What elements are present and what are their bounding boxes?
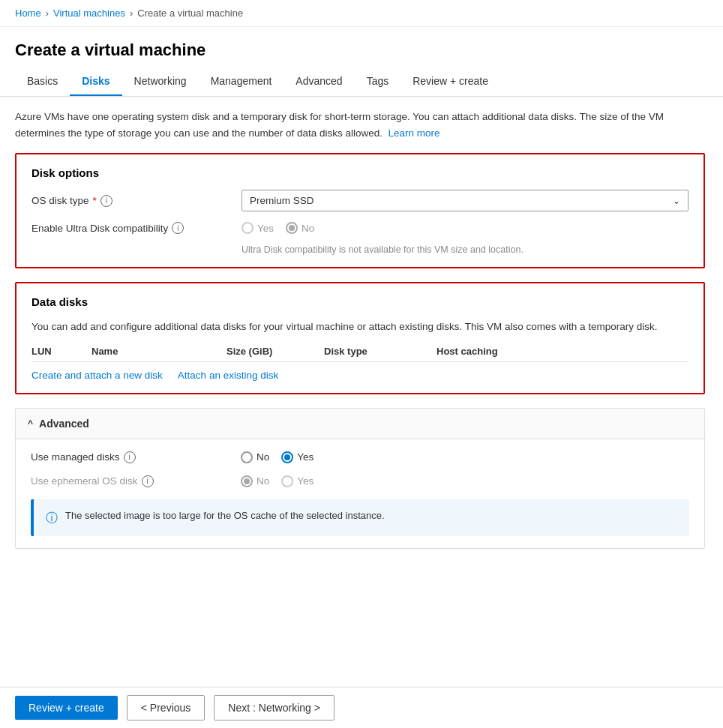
col-size-header: Size (GiB): [226, 346, 324, 357]
data-disks-table-header: LUN Name Size (GiB) Disk type Host cachi…: [32, 346, 688, 362]
attach-existing-disk-button[interactable]: Attach an existing disk: [178, 370, 278, 381]
ultra-disk-radio-group: Yes No: [242, 222, 314, 234]
tab-advanced[interactable]: Advanced: [284, 67, 354, 96]
callout-info-icon: ⓘ: [46, 509, 58, 527]
os-disk-type-value: Premium SSD: [250, 195, 314, 206]
ultra-disk-no-option[interactable]: No: [286, 222, 314, 234]
managed-disks-no-radio: [241, 451, 253, 463]
breadcrumb-home[interactable]: Home: [15, 7, 41, 19]
required-asterisk: *: [93, 195, 97, 206]
ultra-disk-info-icon[interactable]: i: [172, 222, 184, 234]
tab-review-create[interactable]: Review + create: [400, 67, 500, 96]
ephemeral-os-row: Use ephemeral OS disk i No Yes: [31, 475, 689, 487]
tab-management[interactable]: Management: [199, 67, 284, 96]
description-text: Azure VMs have one operating system disk…: [15, 109, 705, 141]
tab-basics[interactable]: Basics: [15, 67, 70, 96]
disk-options-title: Disk options: [32, 166, 688, 179]
ephemeral-os-radio-group: No Yes: [241, 475, 314, 487]
os-disk-type-select[interactable]: Premium SSD ⌄: [242, 190, 688, 211]
col-caching-header: Host caching: [436, 346, 534, 357]
data-disks-section: Data disks You can add and configure add…: [15, 282, 705, 394]
ultra-disk-no-radio: [286, 222, 298, 234]
os-disk-type-info-icon[interactable]: i: [100, 195, 112, 207]
managed-disks-no-option[interactable]: No: [241, 451, 269, 463]
breadcrumb-virtual-machines[interactable]: Virtual machines: [53, 7, 125, 19]
tab-networking[interactable]: Networking: [122, 67, 199, 96]
advanced-section-title: Advanced: [39, 418, 89, 430]
os-disk-type-label: OS disk type * i: [32, 195, 242, 207]
callout-text: The selected image is too large for the …: [65, 508, 385, 523]
ultra-disk-yes-option[interactable]: Yes: [242, 222, 274, 234]
col-lun-header: LUN: [32, 346, 92, 357]
advanced-section-body: Use managed disks i No Yes U: [16, 439, 704, 548]
managed-disks-yes-option[interactable]: Yes: [281, 451, 314, 463]
ultra-disk-row: Enable Ultra Disk compatibility i Yes No: [32, 222, 688, 234]
col-disktype-header: Disk type: [324, 346, 436, 357]
create-attach-disk-button[interactable]: Create and attach a new disk: [32, 370, 163, 381]
breadcrumb-current: Create a virtual machine: [137, 7, 243, 19]
disk-options-section: Disk options OS disk type * i Premium SS…: [15, 153, 705, 268]
page-title: Create a virtual machine: [0, 27, 723, 67]
ephemeral-os-label: Use ephemeral OS disk i: [31, 475, 241, 487]
col-name-header: Name: [92, 346, 226, 357]
breadcrumb: Home › Virtual machines › Create a virtu…: [0, 0, 723, 27]
advanced-section: ^ Advanced Use managed disks i No Yes: [15, 408, 705, 549]
managed-disks-radio-group: No Yes: [241, 451, 314, 463]
managed-disks-label: Use managed disks i: [31, 451, 241, 463]
os-cache-callout: ⓘ The selected image is too large for th…: [31, 499, 689, 536]
ephemeral-os-yes-option[interactable]: Yes: [281, 475, 314, 487]
ultra-disk-note: Ultra Disk compatibility is not availabl…: [242, 244, 688, 255]
tabs-navigation: Basics Disks Networking Management Advan…: [0, 67, 723, 97]
data-disks-actions: Create and attach a new disk Attach an e…: [32, 370, 688, 381]
main-content: Azure VMs have one operating system disk…: [0, 97, 720, 574]
managed-disks-yes-radio: [281, 451, 293, 463]
ultra-disk-label: Enable Ultra Disk compatibility i: [32, 222, 242, 234]
ephemeral-os-yes-radio: [281, 475, 293, 487]
data-disks-title: Data disks: [32, 295, 688, 308]
managed-disks-row: Use managed disks i No Yes: [31, 451, 689, 463]
chevron-down-icon: ⌄: [673, 196, 680, 206]
tab-disks[interactable]: Disks: [70, 67, 122, 96]
ephemeral-os-no-radio: [241, 475, 253, 487]
data-disks-description: You can add and configure additional dat…: [32, 319, 688, 335]
learn-more-link[interactable]: Learn more: [388, 127, 440, 139]
managed-disks-info-icon[interactable]: i: [124, 451, 136, 463]
os-disk-type-row: OS disk type * i Premium SSD ⌄: [32, 190, 688, 211]
advanced-collapse-icon: ^: [28, 418, 33, 429]
ephemeral-os-no-option[interactable]: No: [241, 475, 269, 487]
tab-tags[interactable]: Tags: [355, 67, 401, 96]
ultra-disk-yes-radio: [242, 222, 254, 234]
ephemeral-os-info-icon[interactable]: i: [142, 475, 154, 487]
advanced-section-header[interactable]: ^ Advanced: [16, 409, 704, 439]
